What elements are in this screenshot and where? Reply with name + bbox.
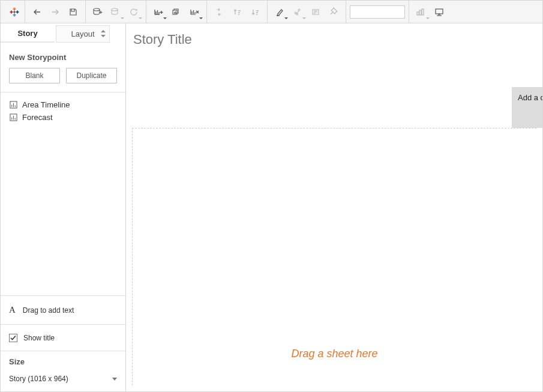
svg-rect-20 — [436, 9, 443, 14]
tableau-logo-icon — [8, 5, 21, 19]
duplicate-storypoint-button[interactable]: Duplicate — [66, 68, 117, 83]
story-title[interactable]: Story Title — [132, 31, 536, 57]
highlight-button[interactable] — [271, 4, 288, 20]
sheet-item-area-timeline[interactable]: Area Timeline — [9, 98, 117, 111]
caption-box[interactable]: Add a caption — [512, 87, 542, 128]
worksheet-icon — [9, 113, 17, 122]
tab-layout[interactable]: Layout — [56, 25, 110, 43]
blank-storypoint-button[interactable]: Blank — [9, 68, 60, 83]
refresh-button[interactable] — [125, 4, 142, 20]
duplicate-sheet-button[interactable] — [168, 4, 185, 20]
show-title-row: Show title — [1, 324, 125, 351]
svg-rect-7 — [17, 10, 18, 13]
sheet-label: Area Timeline — [22, 100, 70, 109]
drop-hint: Drag a sheet here — [291, 348, 377, 360]
text-icon: A — [9, 305, 16, 315]
chevron-down-icon — [112, 378, 117, 381]
group-button[interactable] — [289, 4, 306, 20]
drag-text-label: Drag to add text — [23, 306, 74, 315]
sidebar-tabs: Story Layout — [1, 23, 125, 44]
main-toolbar — [1, 1, 542, 23]
clear-sheet-button[interactable] — [186, 4, 203, 20]
size-value: Story (1016 x 964) — [9, 375, 68, 383]
pause-updates-button[interactable] — [107, 4, 124, 20]
show-labels-button[interactable] — [307, 4, 324, 20]
size-heading: Size — [9, 357, 117, 366]
updown-icon — [101, 30, 106, 38]
new-worksheet-button[interactable] — [150, 4, 167, 20]
forward-button[interactable] — [47, 4, 64, 20]
svg-point-10 — [94, 8, 100, 11]
swap-button[interactable] — [211, 4, 227, 20]
story-sidebar: Story Layout New Storypoint Blank Duplic… — [1, 23, 126, 391]
size-dropdown[interactable]: Story (1016 x 964) — [9, 375, 117, 387]
sort-desc-button[interactable] — [247, 4, 263, 20]
svg-rect-1 — [13, 8, 16, 10]
size-section: Size Story (1016 x 964) — [1, 351, 125, 391]
drag-text-item[interactable]: A Drag to add text — [1, 295, 125, 324]
new-storypoint-heading: New Storypoint — [1, 44, 125, 68]
show-title-label: Show title — [23, 334, 55, 342]
save-button[interactable] — [65, 4, 82, 20]
sheet-list: Area Timeline Forecast — [1, 92, 125, 295]
svg-rect-18 — [419, 10, 421, 15]
worksheet-icon — [9, 101, 17, 109]
toolbar-search-input[interactable] — [350, 5, 405, 19]
presentation-button[interactable] — [431, 4, 448, 20]
svg-rect-5 — [11, 10, 12, 13]
sheet-item-forecast[interactable]: Forecast — [9, 111, 117, 124]
svg-rect-9 — [13, 11, 15, 13]
svg-rect-3 — [13, 14, 16, 16]
sheet-drop-zone[interactable]: Drag a sheet here — [132, 128, 536, 385]
tab-story[interactable]: Story — [1, 25, 55, 43]
svg-rect-19 — [422, 9, 424, 15]
show-title-checkbox[interactable] — [9, 334, 17, 342]
svg-point-13 — [298, 9, 300, 11]
app-root: Story Layout New Storypoint Blank Duplic… — [0, 0, 543, 392]
show-me-button[interactable] — [413, 4, 430, 20]
new-datasource-button[interactable] — [89, 4, 106, 20]
story-canvas: Story Title Add a caption Drag a sheet h… — [126, 23, 542, 391]
pin-button[interactable] — [325, 4, 342, 20]
tab-layout-label: Layout — [71, 29, 94, 38]
sort-asc-button[interactable] — [229, 4, 245, 20]
back-button[interactable] — [29, 4, 46, 20]
svg-rect-17 — [417, 12, 419, 15]
app-body: Story Layout New Storypoint Blank Duplic… — [1, 23, 542, 391]
sheet-label: Forecast — [22, 113, 53, 122]
svg-point-11 — [112, 8, 118, 11]
